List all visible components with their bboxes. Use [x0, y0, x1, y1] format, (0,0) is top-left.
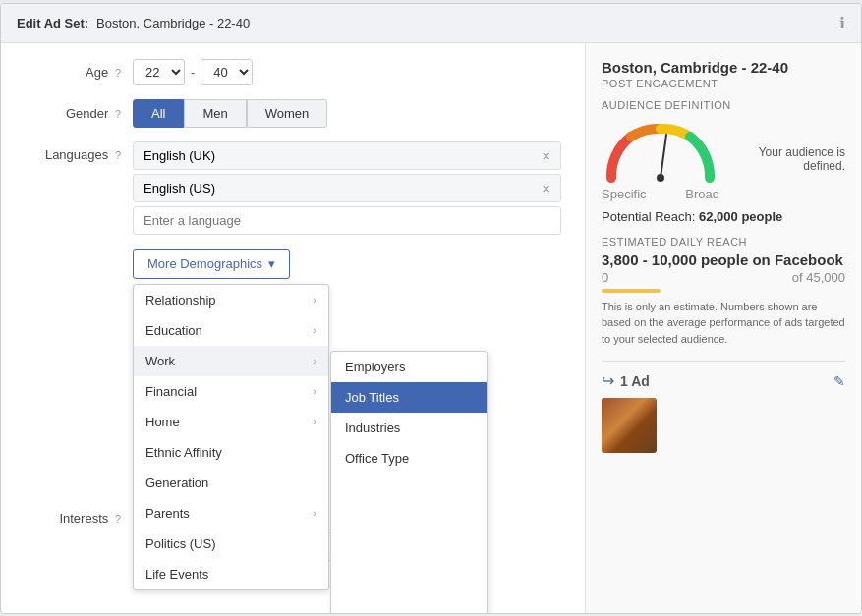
- more-demographics-arrow: ▾: [268, 256, 275, 271]
- bar-start-label: 0: [602, 270, 608, 285]
- audience-title: Boston, Cambridge - 22-40: [602, 59, 845, 76]
- gender-all-button[interactable]: All: [133, 99, 184, 128]
- age-dash: -: [191, 65, 195, 80]
- modal-body: Age ? 22 - 40 Gender ?: [1, 43, 861, 613]
- age-min-select[interactable]: 22: [133, 59, 185, 85]
- dropdown-item-home[interactable]: Home ›: [134, 407, 328, 437]
- modal-header: Edit Ad Set: Boston, Cambridge - 22-40 ℹ: [1, 4, 861, 43]
- dropdown-item-financial[interactable]: Financial ›: [134, 376, 328, 407]
- ad-reply-icon: ↪: [602, 371, 614, 390]
- dropdown-item-work[interactable]: Work ›: [134, 346, 328, 376]
- language-tags: English (UK) × English (US) ×: [133, 141, 561, 202]
- ad-thumbnail: [602, 398, 657, 453]
- lang-tag-us-remove[interactable]: ×: [542, 180, 550, 196]
- potential-reach-value: 62,000 people: [699, 209, 782, 224]
- age-row: Age ? 22 - 40: [25, 59, 561, 85]
- lang-tag-us-text: English (US): [144, 181, 215, 196]
- languages-row: Languages ? English (UK) × English (US) …: [25, 141, 561, 235]
- age-max-select[interactable]: 40: [201, 59, 253, 85]
- lang-tag-us: English (US) ×: [133, 174, 561, 202]
- dropdown-item-politics[interactable]: Politics (US): [134, 529, 328, 559]
- gender-buttons: All Men Women: [133, 99, 561, 128]
- reach-note: This is only an estimate. Numbers shown …: [602, 299, 845, 348]
- more-demographics-row: More Demographics ▾ Relationship › Educa…: [133, 249, 561, 279]
- modal-title: Edit Ad Set: Boston, Cambridge - 22-40: [17, 15, 250, 30]
- more-demographics-button[interactable]: More Demographics ▾: [133, 249, 290, 279]
- gender-help-icon[interactable]: ?: [115, 108, 121, 120]
- languages-label: Languages ?: [25, 141, 133, 162]
- lang-tag-uk: English (UK) ×: [133, 141, 561, 170]
- age-inputs: 22 - 40: [133, 59, 561, 85]
- gauge-broad-label: Broad: [685, 187, 719, 201]
- interests-help-icon[interactable]: ?: [115, 513, 121, 525]
- ad-thumb-image: [602, 398, 657, 453]
- lang-tag-uk-remove[interactable]: ×: [542, 147, 550, 164]
- post-engagement-label: POST ENGAGEMENT: [602, 78, 845, 89]
- reach-bar-row: 0 of 45,000: [602, 270, 845, 285]
- submenu-item-job-titles[interactable]: Job Titles: [331, 382, 487, 413]
- ad-row: ↪ 1 Ad ✎: [602, 371, 845, 390]
- ad-section: ↪ 1 Ad ✎: [602, 361, 845, 453]
- gauge-labels: Specific Broad: [602, 187, 719, 201]
- chevron-right-icon: ›: [313, 385, 316, 397]
- chevron-right-icon: ›: [313, 416, 316, 427]
- age-help-icon[interactable]: ?: [115, 67, 121, 79]
- right-panel: Boston, Cambridge - 22-40 POST ENGAGEMEN…: [586, 43, 861, 613]
- submenu-item-industries[interactable]: Industries: [331, 413, 487, 443]
- edit-icon[interactable]: ✎: [833, 373, 845, 389]
- demographics-menu: Relationship › Education › Work › Fina: [133, 284, 329, 590]
- language-input[interactable]: [133, 206, 561, 235]
- submenu-item-office-type[interactable]: Office Type: [331, 443, 487, 474]
- svg-point-1: [657, 174, 664, 182]
- potential-reach: Potential Reach: 62,000 people: [602, 209, 845, 224]
- daily-reach-value: 3,800 - 10,000 people on Facebook: [602, 252, 845, 268]
- ad-count: 1 Ad: [620, 373, 650, 389]
- svg-line-0: [661, 135, 666, 178]
- modal: Edit Ad Set: Boston, Cambridge - 22-40 ℹ…: [0, 3, 862, 614]
- chevron-right-icon: ›: [313, 507, 316, 519]
- more-demographics-label: More Demographics: [147, 256, 262, 271]
- dropdown-item-parents[interactable]: Parents ›: [134, 498, 328, 529]
- audience-defined-text: Your audience is defined.: [747, 145, 845, 183]
- gender-men-button[interactable]: Men: [184, 99, 246, 128]
- gender-label: Gender ?: [25, 106, 133, 121]
- gender-women-button[interactable]: Women: [247, 99, 328, 128]
- bar-end-label: of 45,000: [792, 270, 845, 285]
- dropdown-item-ethnic-affinity[interactable]: Ethnic Affinity: [134, 437, 328, 468]
- demographics-dropdown: Relationship › Education › Work › Fina: [133, 284, 488, 590]
- chevron-right-icon: ›: [313, 294, 316, 306]
- age-label: Age ?: [25, 65, 133, 80]
- gauge-specific-label: Specific: [602, 187, 647, 201]
- interests-label: Interests ?: [25, 505, 133, 526]
- chevron-right-icon: ›: [313, 324, 316, 336]
- dropdown-item-education[interactable]: Education ›: [134, 315, 328, 346]
- work-submenu: Employers Job Titles Industries Office T…: [330, 351, 488, 614]
- audience-gauge: [602, 119, 719, 183]
- languages-help-icon[interactable]: ?: [115, 149, 121, 161]
- left-panel: Age ? 22 - 40 Gender ?: [1, 43, 586, 613]
- gauge-container: Your audience is defined.: [602, 119, 845, 183]
- chevron-right-icon: ›: [313, 355, 316, 366]
- dropdown-item-life-events[interactable]: Life Events: [134, 559, 328, 589]
- dropdown-item-relationship[interactable]: Relationship ›: [134, 285, 328, 315]
- submenu-item-employers[interactable]: Employers: [331, 352, 487, 382]
- lang-tag-uk-text: English (UK): [144, 148, 215, 163]
- daily-reach-bar: [602, 289, 661, 293]
- dropdown-item-generation[interactable]: Generation: [134, 468, 328, 498]
- languages-content: English (UK) × English (US) ×: [133, 141, 561, 235]
- audience-definition-label: AUDIENCE DEFINITION: [602, 99, 845, 111]
- gender-row: Gender ? All Men Women: [25, 99, 561, 128]
- estimated-daily-label: ESTIMATED DAILY REACH: [602, 236, 845, 248]
- info-icon[interactable]: ℹ: [839, 14, 845, 32]
